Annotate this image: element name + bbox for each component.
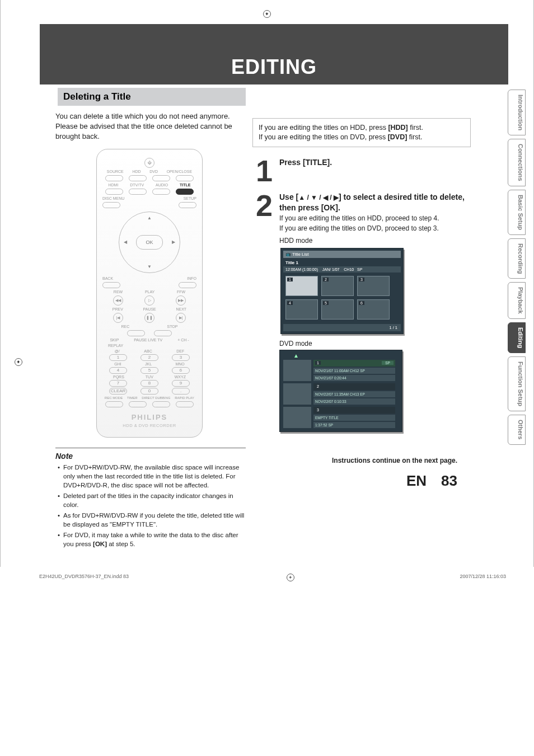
step-2: 2 Use [▲ / ▼ / ◀ / ▶] to select a desire… [252,192,471,434]
arrow-up-icon: ▲ [147,215,152,220]
thumbnail-grid: 1 2 3 4 5 6 [283,273,401,323]
thumb-num: 6 [359,301,364,305]
pause-icon: ❚❚ [144,313,154,323]
remote-label-next: NEXT [176,307,186,311]
step2-text1: If you are editing the titles on HDD, pr… [279,214,471,223]
section-title: EDITING [40,53,508,84]
tab-basic-setup[interactable]: Basic Setup [508,190,526,235]
step2-text2: If you are editing the titles on DVD, pr… [279,224,471,233]
thumb-num: 2 [323,278,329,281]
remote-btn-title [176,189,194,195]
remote-label-hdmi: HDMI [108,183,118,187]
hint-line-1: If you are editing the titles on HDD, pr… [259,123,465,133]
footer-timestamp: 2007/12/28 11:16:03 [460,574,506,581]
remote-label-info: INFO [187,276,196,280]
hint2-bold: [DVD] [388,133,407,141]
note-item: For DVD, it may take a while to write th… [58,530,246,548]
tab-editing[interactable]: Editing [508,322,526,353]
dvd-item-1-meta1: NOV/21/07 11:00AM CH12 SP [313,368,395,374]
power-icon: ⏻ [144,158,154,168]
dvd-thumb [283,407,311,428]
remote-label-pause: PAUSE [143,307,156,311]
remote-nplabel: @/ [115,349,120,353]
remote-label-ffw: FFW [177,290,185,294]
remote-btn [129,175,147,181]
hdd-screen: 📺 Title List Title 1 12:00AM (1:00:00) J… [280,248,404,334]
screen-header: 📺 Title List [283,251,401,258]
tab-connections[interactable]: Connections [508,139,526,186]
page-number-block: EN83 [252,472,471,490]
side-tabs: Introduction Connections Basic Setup Rec… [508,90,526,445]
numpad-2: 2 [140,354,158,361]
step-1: 1 Press [TITLE]. [252,157,471,185]
intro-text: You can delete a title which you do not … [55,111,243,142]
hint2-post: first. [407,133,422,141]
numpad-4: 4 [109,367,127,374]
arrow-down-icon: ▼ [147,264,152,269]
remote-label-replay: REPLAY [108,344,123,348]
dvd-item-3-num: 3 [313,407,395,414]
hint-box: If you are editing the titles on HDD, pr… [252,118,471,147]
thumb-2: 2 [321,276,354,296]
remote-label-recmode: REC MODE [105,396,123,400]
remote-btn [152,175,170,181]
dvd-item-1-meta2: NOV/21/07 0:20:44 [313,375,395,381]
numpad-1: 1 [109,354,127,361]
numpad-7: 7 [109,380,127,387]
remote-btn [105,175,123,181]
note4-pre: For DVD, it may take a while to write th… [63,532,238,547]
thumb-num: 4 [287,301,293,305]
numpad-3: 3 [172,354,190,361]
screen-meta-ch: CH10 [344,267,354,271]
note-item: As for DVD+RW/DVD-RW if you delete the t… [58,511,246,529]
sp-badge: SP [382,361,394,365]
hint1-pre: If you are editing the titles on HDD, pr… [259,124,388,132]
remote-label-prev: PREV [113,307,123,311]
remote-ok-pad: ▲ ▼ ◀ ▶ OK [119,212,180,273]
remote-nplabel: TUV [146,375,153,379]
arrow-icons: ▲ / ▼ / ◀ / ▶ [298,194,339,201]
dvd-thumb [283,360,311,381]
numpad-5: 5 [140,367,158,374]
thumb-num: 3 [359,278,364,281]
remote-label-dtvtv: DTV/TV [130,183,144,187]
dvd-item-num: 3 [315,408,321,412]
tab-playback[interactable]: Playback [508,282,526,319]
remote-label-source: SOURCE [107,170,124,173]
remote-label-ch: + CH - [177,338,189,342]
tab-function-setup[interactable]: Function Setup [508,356,526,411]
crop-mark-bottom [287,574,294,581]
play-icon: ▷ [144,295,154,306]
screen-meta-time: 12:00AM (1:00:00) [285,267,318,271]
thumb-num: 1 [287,278,293,281]
remote-label-hdd: HDD [132,170,140,173]
thumb-6: 6 [357,299,390,320]
tab-introduction[interactable]: Introduction [508,90,526,135]
dvd-row-1: 1 SP NOV/21/07 11:00AM CH12 SP NOV/21/07… [282,359,400,382]
brand-logo: PHILIPS [102,413,196,421]
remote-btn [129,401,147,407]
remote-label-rapid: RAPID PLAY [175,396,194,400]
remote-nplabel: DEF [176,349,184,353]
numpad-9: 9 [172,380,190,387]
remote-label-play: PLAY [145,290,154,294]
hint2-pre: If you are editing the titles on DVD, pr… [259,133,388,141]
dvd-row-2: 2 NOV/22/07 11:35AM CH13 EP NOV/22/07 0:… [282,382,400,406]
step1-title: Press [TITLE]. [279,157,471,167]
remote-label-skip: SKIP [110,338,119,342]
tab-recording[interactable]: Recording [508,238,526,279]
remote-illustration: ⏻ SOURCE HDD DVD OPEN/CLOSE HDMI DTV/TV … [96,149,203,438]
up-arrow-icon: ▲ [282,353,400,359]
remote-label-pauselive: PAUSE LIVE TV [134,338,162,342]
remote-btn [179,282,196,288]
step-number: 2 [252,192,276,219]
next-icon: ▶| [176,313,186,323]
tab-others[interactable]: Others [508,415,526,444]
screen-meta-date: JAN/ 1/07 [322,267,340,271]
dvd-item-3-meta1: EMPTY TITLE [313,415,395,421]
remote-ok-button: OK [136,235,163,250]
note4-bold: [OK] [93,541,107,547]
remote-nplabel: JKL [145,362,152,366]
remote-nplabel: PQRS [113,375,124,379]
dvd-item-num: 1 [315,361,321,365]
